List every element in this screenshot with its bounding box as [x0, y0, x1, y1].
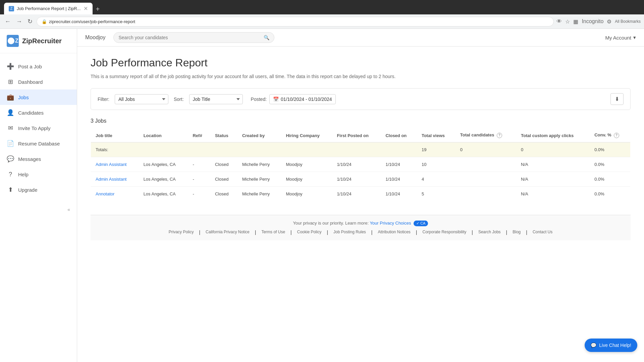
candidates-icon: 👤: [7, 109, 14, 116]
star-icon[interactable]: ☆: [565, 18, 570, 25]
forward-btn[interactable]: →: [15, 17, 23, 26]
sidebar-item-resume[interactable]: 📄 Resume Database: [0, 136, 77, 151]
totals-candidates: 0: [455, 142, 516, 157]
zip-logo-svg: [7, 37, 15, 45]
sidebar-item-help[interactable]: ? Help: [0, 167, 77, 182]
totals-custom-apply: 0: [516, 142, 590, 157]
sidebar-item-dashboard[interactable]: ⊞ Dashboard: [0, 74, 77, 89]
footer-link-search-jobs[interactable]: Search Jobs: [478, 230, 501, 235]
refresh-btn[interactable]: ↻: [26, 16, 34, 26]
row2-ref: -: [188, 172, 210, 186]
page-title: Job Performance Report: [91, 57, 631, 69]
help-icon: ?: [7, 171, 14, 178]
footer-link-california[interactable]: California Privacy Notice: [206, 230, 250, 235]
incognito-label: Incognito: [582, 18, 603, 24]
row2-job-link[interactable]: Admin Assistant: [96, 177, 127, 182]
row1-custom-apply: N/A: [516, 157, 590, 172]
sidebar-item-invite[interactable]: ✉ Invite To Apply: [0, 120, 77, 136]
new-tab-btn[interactable]: +: [93, 4, 103, 14]
col-total-views: Total views: [417, 128, 455, 142]
filter-select[interactable]: All Jobs: [115, 94, 168, 104]
account-chevron-icon: ▾: [633, 35, 636, 41]
sidebar-item-jobs[interactable]: 💼 Jobs: [0, 89, 77, 105]
row3-job-link[interactable]: Annotator: [96, 191, 114, 196]
back-btn[interactable]: ←: [3, 17, 12, 26]
footer-link-privacy-policy[interactable]: Privacy Policy: [169, 230, 194, 235]
posted-area: Posted: 📅 01/10/2024 - 01/10/2024: [251, 94, 336, 104]
app-container: Z ZipRecruiter ➕ Post a Job ⊞ Dashboard …: [0, 29, 644, 362]
live-chat-button[interactable]: 💬 Live Chat Help!: [585, 339, 637, 352]
privacy-choices-link[interactable]: Your Privacy Choices: [370, 221, 411, 226]
row1-created-by: Michelle Perry: [237, 157, 281, 172]
date-range-picker[interactable]: 📅 01/10/2024 - 01/10/2024: [269, 94, 336, 104]
svg-point-0: [8, 38, 14, 44]
invite-icon: ✉: [7, 124, 14, 132]
active-tab[interactable]: Z Job Performance Report | ZipR... ✕: [4, 3, 93, 14]
search-icon: 🔍: [264, 35, 269, 40]
dashboard-icon: ⊞: [7, 78, 14, 85]
tab-title: Job Performance Report | ZipR...: [17, 6, 81, 11]
sort-select[interactable]: Job Title: [189, 94, 243, 104]
totals-label: Totals:: [91, 142, 417, 157]
sidebar-item-upgrade[interactable]: ⬆ Upgrade: [0, 182, 77, 197]
footer-link-attribution[interactable]: Attribution Notices: [378, 230, 410, 235]
footer-link-job-posting[interactable]: Job Posting Rules: [333, 230, 366, 235]
table-row: Admin Assistant Los Angeles, CA - Closed…: [91, 172, 631, 186]
row2-conv-pct: 0.0%: [590, 172, 630, 186]
address-bar[interactable]: 🔒 ziprecruiter.com/user/job-performance-…: [37, 17, 554, 26]
jobs-table: Job title Location Ref# Status Created b…: [91, 128, 631, 201]
tab-close-btn[interactable]: ✕: [84, 5, 88, 12]
search-input[interactable]: [118, 35, 261, 40]
sidebar-item-label-candidates: Candidates: [18, 110, 44, 116]
sidebar-collapse-btn[interactable]: «: [0, 203, 77, 216]
row1-closed-on: 1/10/24: [381, 157, 417, 172]
sidebar-item-label-upgrade: Upgrade: [18, 187, 38, 193]
row1-first-posted: 1/10/24: [332, 157, 381, 172]
conv-help-icon[interactable]: ?: [614, 133, 619, 138]
sidebar-nav: ➕ Post a Job ⊞ Dashboard 💼 Jobs 👤 Candid…: [0, 53, 77, 203]
totals-conv-pct: 0.0%: [590, 142, 630, 157]
sidebar-item-candidates[interactable]: 👤 Candidates: [0, 105, 77, 120]
row1-conv-pct: 0.0%: [590, 157, 630, 172]
sidebar-item-post-job[interactable]: ➕ Post a Job: [0, 59, 77, 74]
download-btn[interactable]: ⬇: [610, 93, 624, 105]
row3-location: Los Angeles, CA: [139, 186, 188, 201]
col-job-title: Job title: [91, 128, 139, 142]
row3-ref: -: [188, 186, 210, 201]
row1-job-link[interactable]: Admin Assistant: [96, 162, 127, 167]
footer-link-corporate[interactable]: Corporate Responsibility: [423, 230, 467, 235]
date-range-text: 01/10/2024 - 01/10/2024: [281, 97, 332, 102]
candidates-help-icon[interactable]: ?: [497, 133, 502, 138]
table-body: Totals: 19 0 0 0.0% Admin Assistant Los …: [91, 142, 631, 201]
footer: Your privacy is our priority. Learn more…: [91, 215, 631, 240]
messages-icon: 💬: [7, 155, 14, 163]
search-bar[interactable]: 🔍: [113, 32, 274, 43]
sidebar-icon[interactable]: ▦: [573, 18, 578, 25]
row3-status: Closed: [210, 186, 237, 201]
extensions-icon[interactable]: ⚙: [607, 18, 611, 25]
footer-link-contact[interactable]: Contact Us: [533, 230, 552, 235]
sidebar-item-messages[interactable]: 💬 Messages: [0, 151, 77, 167]
sidebar-item-label-help: Help: [18, 172, 29, 177]
logo-icon: Z: [7, 35, 19, 47]
bookmarks-label: All Bookmarks: [615, 19, 641, 24]
jobs-icon: 💼: [7, 94, 14, 101]
footer-link-blog[interactable]: Blog: [513, 230, 521, 235]
footer-link-cookie[interactable]: Cookie Policy: [297, 230, 322, 235]
filter-bar: Filter: All Jobs Sort: Job Title Posted:…: [91, 88, 631, 110]
live-chat-icon: 💬: [591, 343, 596, 348]
sidebar-item-label-messages: Messages: [18, 156, 41, 162]
sort-label: Sort:: [174, 97, 184, 102]
account-area: My Account ▾: [605, 35, 636, 41]
account-button[interactable]: My Account ▾: [605, 35, 636, 41]
row3-custom-apply: N/A: [516, 186, 590, 201]
resume-icon: 📄: [7, 140, 14, 147]
col-total-custom-apply: Total custom apply clicks: [516, 128, 590, 142]
row2-total-views: 4: [417, 172, 455, 186]
account-label: My Account: [605, 35, 631, 41]
table-header: Job title Location Ref# Status Created b…: [91, 128, 631, 142]
footer-link-terms[interactable]: Terms of Use: [261, 230, 285, 235]
row1-total-views: 10: [417, 157, 455, 172]
sidebar: Z ZipRecruiter ➕ Post a Job ⊞ Dashboard …: [0, 29, 77, 362]
col-closed-on: Closed on: [381, 128, 417, 142]
